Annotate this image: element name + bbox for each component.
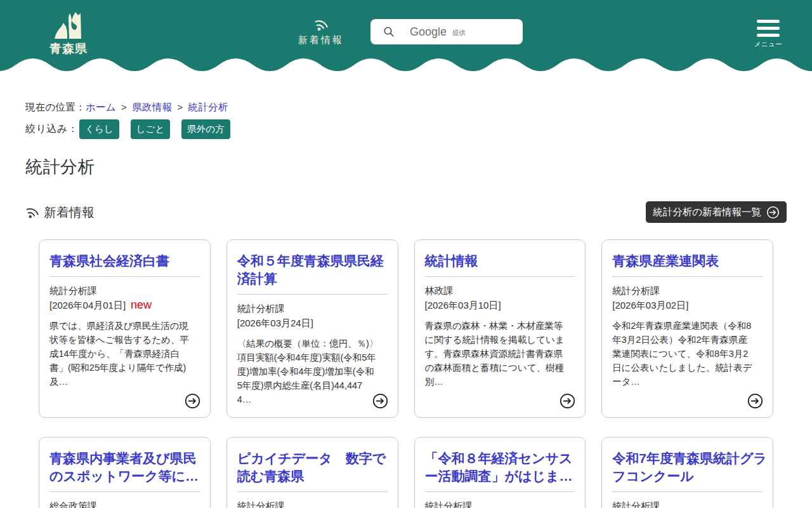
card-description: 〈結果の概要（単位：億円、％)〉 項目実額(令和4年度)実額(令和5年 度)増加… [237,337,388,406]
filter-bar: 絞り込み： くらししごと県外の方 [25,119,787,139]
arrow-circle-icon[interactable] [747,393,763,409]
breadcrumb-item: 県政情報> [132,102,188,112]
search-provided-label: 提供 [452,26,466,37]
card-divider [49,491,200,492]
news-card[interactable]: 令和7年度青森県統計グラ フコンクール 統計分析課 [601,437,773,508]
card-date-row: [2026年03月24日] [237,316,388,330]
news-card[interactable]: 統計情報 林政課 [2026年03月10日] 青森県の森林・林業・木材産業等 に… [414,239,586,418]
new-badge: new [131,298,152,311]
card-title-link[interactable]: ピカイチデータ 数字で 読む青森県 [237,450,388,485]
news-list-button-label: 統計分析の新着情報一覧 [653,206,761,219]
search-box[interactable]: Google 提供 [370,19,523,44]
card-title-link[interactable]: 青森県産業連関表 [612,252,763,270]
breadcrumb-item: ホーム> [86,102,132,112]
card-title-link[interactable]: 「令和８年経済センサス ー活動調査」がはじま… [425,450,575,485]
card-meta: 統計分析課 [2026年03月02日] [612,283,763,312]
news-card[interactable]: ピカイチデータ 数字で 読む青森県 統計分析課 [226,437,398,508]
card-title-link[interactable]: 令和7年度青森県統計グラ フコンクール [612,450,763,485]
card-meta: 統計分析課 [612,498,763,508]
arrow-circle-icon[interactable] [560,393,575,409]
card-department: 総合政策課 [49,498,200,508]
page-title: 統計分析 [25,156,787,178]
menu-label: メニュー [754,40,783,49]
card-meta: 統計分析課 [237,498,388,508]
aomori-prefecture-icon [54,10,83,39]
card-divider [612,491,763,492]
news-card-grid: 青森県社会経済白書 統計分析課 [2026年04月01日]new 県では、県経済… [39,239,773,508]
card-title-link[interactable]: 統計情報 [425,252,575,270]
news-link-label: 新着情報 [296,34,346,46]
header-wave-decoration [0,58,812,71]
card-divider [425,276,575,277]
rss-icon [23,203,41,221]
breadcrumb-item: 統計分析 [188,102,228,112]
news-card[interactable]: 青森県内事業者及び県民 のスポットワーク等に… 総合政策課 [39,437,211,508]
card-date: [2026年03月10日] [425,300,501,311]
menu-button[interactable]: メニュー [754,20,783,49]
filter-button[interactable]: しごと [131,119,171,139]
card-department: 統計分析課 [237,301,388,316]
arrow-circle-icon[interactable] [372,393,388,409]
breadcrumb-link[interactable]: 統計分析 [188,102,228,112]
filter-button[interactable]: 県外の方 [181,119,230,139]
news-section-title: 新着情報 [25,204,95,221]
arrow-circle-icon [766,206,780,219]
card-department: 統計分析課 [612,283,763,298]
news-card[interactable]: 「令和８年経済センサス ー活動調査」がはじま… 統計分析課 [414,437,586,508]
arrow-circle-icon[interactable] [185,393,200,409]
news-section-head: 新着情報 統計分析の新着情報一覧 [25,201,787,223]
news-card[interactable]: 令和５年度青森県県民経 済計算 統計分析課 [2026年03月24日] 〈結果の… [226,239,398,418]
card-department: 統計分析課 [612,498,763,508]
card-meta: 統計分析課 [425,498,575,508]
card-divider [237,294,388,295]
card-title-link[interactable]: 青森県内事業者及び県民 のスポットワーク等に… [49,450,200,485]
filter-button[interactable]: くらし [79,119,119,139]
card-department: 林政課 [425,283,575,298]
news-card[interactable]: 青森県社会経済白書 統計分析課 [2026年04月01日]new 県では、県経済… [39,239,211,418]
main-content: 現在の位置：ホーム>県政情報>統計分析 絞り込み： くらししごと県外の方 統計分… [0,100,812,508]
card-divider [612,276,763,277]
header-news-link[interactable]: 新着情報 [296,17,346,46]
rss-icon [311,15,330,34]
card-title-link[interactable]: 令和５年度青森県県民経 済計算 [237,252,388,288]
header-bar: 青森県 新着情報 Google 提供 メニュー [0,0,812,58]
search-brand: Google [410,25,447,39]
card-divider [49,276,200,277]
news-section-heading: 新着情報 [44,204,95,221]
card-department: 統計分析課 [237,498,388,508]
news-card[interactable]: 青森県産業連関表 統計分析課 [2026年03月02日] 令和2年青森県産業連関… [601,239,773,418]
card-date-row: [2026年04月01日]new [49,298,200,312]
card-title-link[interactable]: 青森県社会経済白書 [49,252,200,270]
card-department: 統計分析課 [49,283,200,298]
card-divider [237,491,388,492]
card-meta: 林政課 [2026年03月10日] [425,283,575,312]
card-meta: 総合政策課 [49,498,200,508]
site-header: 青森県 新着情報 Google 提供 メニュー [0,0,812,71]
search-icon [383,26,395,37]
breadcrumb-label: 現在の位置： [25,102,86,112]
card-divider [425,491,575,492]
card-meta: 統計分析課 [2026年04月01日]new [49,283,200,312]
breadcrumb-link[interactable]: 県政情報 [132,102,172,112]
card-department: 統計分析課 [425,498,575,508]
breadcrumb-link[interactable]: ホーム [86,102,116,112]
news-list-button[interactable]: 統計分析の新着情報一覧 [646,201,787,223]
hamburger-icon [757,20,780,37]
card-date-row: [2026年03月02日] [612,298,763,312]
breadcrumb: 現在の位置：ホーム>県政情報>統計分析 [25,100,787,114]
card-meta: 統計分析課 [2026年03月24日] [237,301,388,330]
card-description: 令和2年青森県産業連関表（令和8 年3月2日公表）令和2年青森県産 業連関表につ… [612,319,763,389]
filter-label: 絞り込み： [25,123,78,136]
card-date: [2026年03月24日] [237,318,313,328]
card-description: 県では、県経済及び県民生活の現 状等を皆様へご報告するため、平 成14年度から、… [49,319,200,389]
logo-text: 青森県 [48,41,89,57]
card-date: [2026年03月02日] [612,300,688,311]
card-date-row: [2026年03月10日] [425,298,575,312]
card-date: [2026年04月01日] [49,300,126,311]
card-description: 青森県の森林・林業・木材産業等 に関する統計情報を掲載していま す。青森県森林資… [425,319,575,389]
aomori-logo[interactable]: 青森県 [48,10,89,57]
